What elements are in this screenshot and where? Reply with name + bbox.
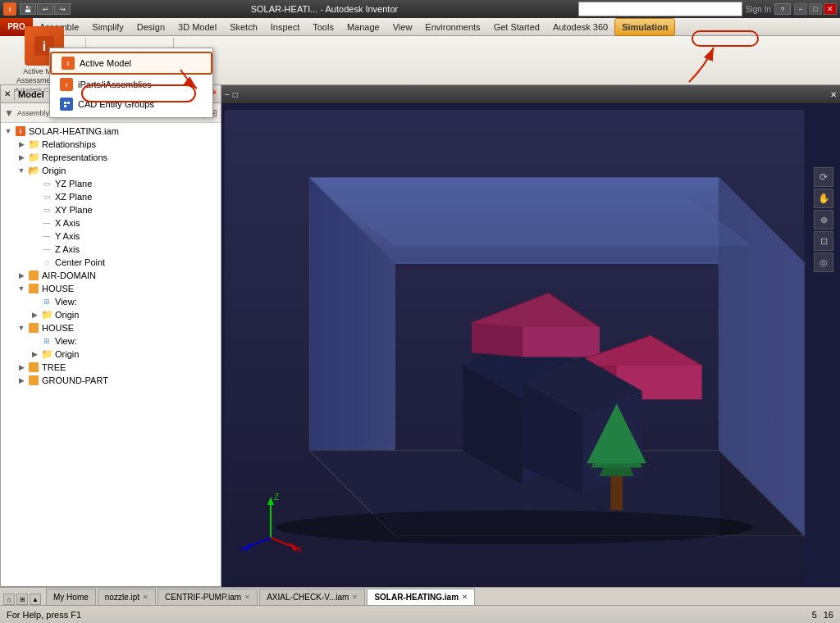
tree-root[interactable]: ▼ i SOLAR-HEATING.iam [2,125,219,138]
tree-yz-plane[interactable]: ▭ YZ Plane [2,177,219,190]
house2-expand[interactable]: ▼ [16,322,27,334]
tree-tree[interactable]: ▶ TREE [2,361,219,374]
sign-in-link[interactable]: Sign In [746,5,771,14]
center-point-icon: ◇ [40,257,53,268]
undo-btn[interactable]: ↩ [37,3,53,15]
coordinate-axes: Z X Y [238,489,304,554]
svg-point-49 [276,510,753,544]
pan-btn[interactable]: ✋ [814,189,833,208]
tree-xz-plane[interactable]: ▭ XZ Plane [2,190,219,203]
house2-origin-label: Origin [55,349,79,359]
maximize-btn[interactable]: □ [809,3,822,15]
tree-center-point[interactable]: ◇ Center Point [2,256,219,269]
tree-house-1[interactable]: ▼ HOUSE [2,282,219,295]
tree-tree-expand[interactable]: ▶ [16,362,27,373]
tab-axial-check[interactable]: AXIAL-CHECK-V...iam ✕ [259,589,365,605]
house1-origin-expand[interactable]: ▶ [29,309,40,321]
viewport-header: − □ ✕ [221,85,840,103]
svg-text:i: i [67,60,69,67]
status-coords: 5 16 [812,610,833,620]
house1-expand[interactable]: ▼ [16,283,27,294]
tree-air-domain[interactable]: ▶ AIR-DOMAIN [2,269,219,282]
status-coord1: 5 [812,610,817,620]
root-expand[interactable]: ▼ [2,125,14,137]
tab-nozzle[interactable]: nozzle.ipt ✕ [98,589,156,605]
look-at-btn[interactable]: ◎ [814,252,833,272]
tree-house1-origin[interactable]: ▶ 📁 Origin [2,308,219,321]
redo-btn[interactable]: ↪ [54,3,71,15]
zoom-btn[interactable]: ⊕ [814,210,833,230]
menu-inspect[interactable]: Inspect [264,18,306,36]
svg-rect-11 [67,102,70,104]
tab-axial-label: AXIAL-CHECK-V...iam [267,593,349,602]
tree-xy-plane[interactable]: ▭ XY Plane [2,203,219,216]
representations-expand[interactable]: ▶ [16,152,27,163]
orbit-btn[interactable]: ⟳ [814,167,833,187]
help-btn[interactable]: ? [774,3,791,15]
relationships-expand[interactable]: ▶ [16,139,27,150]
viewport-minimize[interactable]: − [225,90,230,99]
svg-marker-51 [267,497,274,505]
tree-house-2[interactable]: ▼ HOUSE [2,321,219,334]
active-model-icon: i [62,57,75,70]
tab-my-home[interactable]: My Home [46,589,96,605]
tree-relationships[interactable]: ▶ 📁 Relationships [2,138,219,151]
minimize-btn[interactable]: − [794,3,807,15]
window-title: SOLAR-HEATI... - Autodesk Inventor [71,4,578,14]
tree-representations[interactable]: ▶ 📁 Representations [2,151,219,164]
search-box[interactable] [578,2,742,16]
menu-sketch[interactable]: Sketch [223,18,264,36]
tab-solar-heating[interactable]: SOLAR-HEATING.iam ✕ [367,589,475,605]
center-point-label: Center Point [55,257,105,267]
tree-ground-part[interactable]: ▶ GROUND-PART [2,374,219,387]
zoom-extent-btn[interactable]: ⊡ [814,231,833,251]
tab-centrif-close[interactable]: ✕ [244,593,250,601]
ground-part-label: GROUND-PART [42,375,108,385]
menu-simplify[interactable]: Simplify [85,18,130,36]
tab-grid-icon[interactable]: ⊞ [16,593,28,605]
tab-axial-close[interactable]: ✕ [352,593,358,601]
close-btn[interactable]: ✕ [824,3,837,15]
tree-tree-icon [27,362,40,373]
dropdown-cad-groups[interactable]: CAD Entity Groups [50,94,212,114]
menu-view[interactable]: View [386,18,419,36]
filter-icon[interactable]: ▼ [4,107,14,119]
tab-solar-close[interactable]: ✕ [462,593,468,601]
dropdown-active-model[interactable]: i Active Model [50,52,212,75]
menu-manage[interactable]: Manage [340,18,386,36]
yz-plane-label: YZ Plane [55,179,92,189]
tree-y-axis[interactable]: — Y Axis [2,230,219,243]
viewport-maximize[interactable]: □ [233,90,238,99]
tree-z-axis[interactable]: — Z Axis [2,243,219,256]
tab-home-icon[interactable]: ⌂ [3,593,15,605]
tree-house2-origin[interactable]: ▶ 📁 Origin [2,348,219,361]
dropdown-iparts[interactable]: i iParts/iAssemblies [50,75,212,94]
tab-centrif-label: CENTRIF-PUMP.iam [165,593,241,602]
tab-scroll-up[interactable]: ▲ [30,593,41,605]
tree-house1-view[interactable]: ⊞ View: [2,295,219,308]
tree-origin[interactable]: ▼ 📂 Origin [2,164,219,177]
viewport-close[interactable]: ✕ [830,90,837,99]
tree-house2-view[interactable]: ⊞ View: [2,334,219,348]
title-bar: I 💾 ↩ ↪ SOLAR-HEATI... - Autodesk Invent… [0,0,840,18]
tree-tree-label: TREE [42,362,66,372]
ground-part-expand[interactable]: ▶ [16,375,27,386]
menu-environments[interactable]: Environments [418,18,486,36]
yz-plane-icon: ▭ [40,178,53,189]
air-domain-icon [27,270,40,281]
svg-marker-32 [326,195,753,246]
air-domain-expand[interactable]: ▶ [16,270,27,281]
menu-tools[interactable]: Tools [306,18,340,36]
tab-nozzle-close[interactable]: ✕ [143,593,148,601]
menu-3dmodel[interactable]: 3D Model [171,18,223,36]
menu-get-started[interactable]: Get Started [487,18,546,36]
house2-origin-expand[interactable]: ▶ [29,348,40,360]
origin-expand[interactable]: ▼ [16,165,27,176]
menu-simulation[interactable]: Simulation [614,18,675,36]
tab-centrif-pump[interactable]: CENTRIF-PUMP.iam ✕ [158,589,258,605]
tree-x-axis[interactable]: — X Axis [2,216,219,230]
menu-design[interactable]: Design [130,18,171,36]
z-axis-label: Z Axis [55,244,80,254]
menu-autodesk360[interactable]: Autodesk 360 [546,18,614,36]
quick-access-btn[interactable]: 💾 [20,3,36,15]
